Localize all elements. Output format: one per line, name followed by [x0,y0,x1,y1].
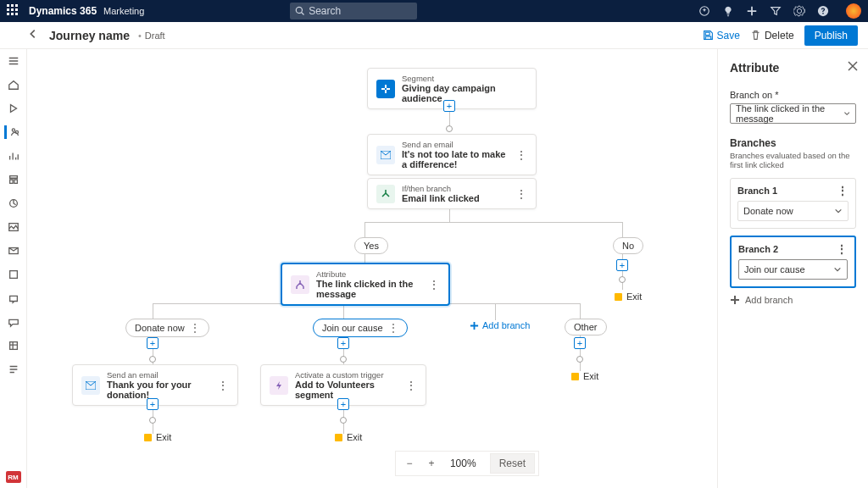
branch-join-pill[interactable]: Join our cause⋮ [313,319,408,337]
exit-marker: Exit [615,291,642,302]
nav-journeys-icon[interactable] [4,125,20,139]
panel-close-button[interactable] [848,61,860,73]
nav-channels-icon[interactable] [7,244,20,258]
nav-engagement-icon[interactable] [7,291,20,305]
node-more-icon[interactable]: ⋮ [209,379,229,392]
chevron-down-icon [843,109,850,118]
nav-analytics-icon[interactable] [7,149,20,163]
nav-audience-icon[interactable] [7,268,20,281]
node-more-icon[interactable]: ⋮ [507,187,527,201]
branch-yes-pill[interactable]: Yes [354,237,388,254]
add-branch-button[interactable]: Add branch [730,295,856,305]
connector-dot [340,356,347,363]
panel-title: Attribute [730,61,856,75]
exit-marker: Exit [571,371,598,381]
nav-menu-icon[interactable] [7,54,20,68]
help-icon[interactable] [817,5,829,17]
nav-home-icon[interactable] [7,78,20,92]
delete-button[interactable]: Delete [745,26,799,45]
nav-triggers-icon[interactable] [7,102,20,115]
add-icon[interactable] [746,5,758,17]
zoom-reset-button[interactable]: Reset [490,453,535,474]
exit-marker: Exit [144,432,171,442]
branch-more-icon[interactable]: ⋮ [836,246,848,252]
add-node-button[interactable]: + [616,259,628,271]
node-more-icon[interactable]: ⋮ [420,278,440,291]
add-node-button[interactable]: + [337,398,349,410]
branch-box-1[interactable]: Branch 1⋮ Donate now [730,178,856,229]
back-button[interactable] [10,28,49,42]
svg-rect-5 [9,342,17,350]
node-send-email-1[interactable]: Send an emailIt's not too late to make a… [367,134,537,175]
branch-more-icon[interactable]: ⋮ [837,187,849,194]
branch1-label: Branch 1 [737,186,777,196]
nav-assets-icon[interactable] [7,220,20,234]
branches-hint: Branches evaluated based on the first li… [730,151,856,169]
branch-on-select[interactable]: The link clicked in the message [730,103,856,124]
branch-on-label: Branch on * [730,90,856,100]
nav-templates-icon[interactable] [7,173,20,186]
left-nav: RM [0,49,27,488]
add-branch-inline[interactable]: Add branch [470,320,530,330]
journey-canvas[interactable]: SegmentGiving day campaign audience + Se… [27,49,717,488]
connector-dot [619,276,626,283]
nav-response-icon[interactable] [7,315,20,329]
node-ifthen-branch[interactable]: If/then branchEmail link clicked ⋮ [367,178,537,209]
connector-dot [149,356,156,363]
assistant-icon[interactable] [698,5,710,17]
zoom-in-button[interactable]: + [421,453,442,474]
connector-dot [340,417,347,424]
add-node-button[interactable]: + [147,337,159,349]
branch-box-2[interactable]: Branch 2⋮ Join our cause [730,236,856,288]
save-button[interactable]: Save [698,26,745,45]
search-placeholder: Search [309,5,341,17]
brand-name: Dynamics 365 [29,5,97,17]
app-launcher-icon[interactable] [7,4,20,18]
add-node-button[interactable]: + [147,398,159,410]
zoom-control: − + 100% Reset [395,451,539,476]
filter-icon[interactable] [770,5,782,17]
top-icon-bar [698,3,861,19]
chevron-down-icon [834,207,843,215]
lightbulb-icon[interactable] [722,5,734,17]
connector-dot [149,417,156,424]
add-node-button[interactable]: + [443,100,455,112]
zoom-out-button[interactable]: − [399,453,420,474]
page-header: Journey name Draft Save Delete Publish [0,22,868,49]
page-title: Journey name [49,29,130,42]
chevron-down-icon [833,265,842,274]
branch-no-pill[interactable]: No [613,237,643,254]
zoom-value: 100% [443,458,483,469]
status-badge: Draft [138,30,165,41]
search-icon [295,6,305,16]
node-more-icon[interactable]: ⋮ [397,379,417,392]
branch2-select[interactable]: Join our cause [738,259,848,280]
nav-spacer2-icon[interactable] [7,363,20,376]
user-avatar[interactable] [846,3,861,19]
node-attribute[interactable]: AttributeThe link clicked in the message… [281,263,450,306]
branch2-label: Branch 2 [738,244,778,254]
exit-marker: Exit [335,432,362,442]
area-switcher[interactable]: RM [6,471,21,483]
svg-rect-4 [9,271,17,279]
module-name: Marketing [103,6,144,16]
publish-button[interactable]: Publish [804,25,858,46]
pill-more-icon[interactable]: ⋮ [190,322,200,334]
connector-dot [446,125,453,132]
node-more-icon[interactable]: ⋮ [507,148,527,162]
add-node-button[interactable]: + [574,337,586,349]
global-search[interactable]: Search [290,3,417,19]
add-node-button[interactable]: + [337,337,349,349]
connector-dot [576,356,583,363]
nav-spacer1-icon[interactable] [7,339,20,352]
branch-other-pill[interactable]: Other [565,319,607,336]
global-topbar: Dynamics 365 Marketing Search [0,0,868,22]
branch1-select[interactable]: Donate now [737,201,849,221]
settings-icon[interactable] [793,5,805,17]
branch-donate-pill[interactable]: Donate now⋮ [125,319,209,337]
branches-section-label: Branches [730,137,856,149]
pill-more-icon[interactable]: ⋮ [388,322,398,334]
attribute-panel: Attribute Branch on * The link clicked i… [717,49,868,488]
nav-consent-icon[interactable] [7,197,20,210]
